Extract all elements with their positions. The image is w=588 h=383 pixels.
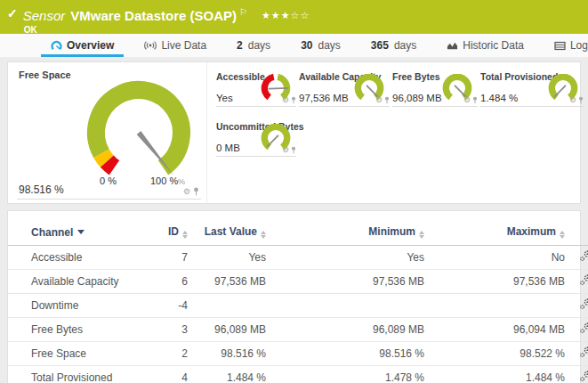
pin-icon[interactable] [291,96,296,104]
table-row: Accessible 7 Yes Yes No [8,246,588,270]
divider [17,199,201,200]
sensor-title-line: SensorVMware Datastore (SOAP)⚐★★★☆☆ [23,4,310,24]
pin-icon[interactable] [384,96,390,104]
table-row: Available Capacity 6 97,536 MB 97,536 MB… [8,270,588,294]
tab-label: Overview [67,39,114,52]
sort-icon [560,231,565,239]
pin-icon[interactable] [472,96,478,104]
channel-id: 7 [150,246,188,270]
column-header-settings [565,220,588,246]
main-gauge-unit: % [178,177,185,186]
tab-historic-data[interactable]: Historic Data [431,34,539,57]
pin-icon[interactable] [578,96,584,104]
table-header-row: Channel ID Last Value Minimum Maximum [8,220,588,246]
channel-maximum [424,294,565,318]
channel-id: 4 [150,366,188,383]
sort-icon [182,231,188,239]
channel-settings-icon[interactable] [579,346,588,361]
channel-last-value: 1.484 % [188,366,266,383]
column-header-id[interactable]: ID [150,220,188,246]
channel-maximum: 98.522 % [424,342,565,366]
gear-icon[interactable]: ⚙ [282,96,289,104]
gear-icon[interactable]: ⚙ [463,96,471,104]
mini-gauge-value: Yes [216,93,233,103]
table-row: Free Bytes 3 96,089 MB 96,089 MB 96,094 … [8,318,588,342]
gear-icon[interactable]: ⚙ [375,96,383,104]
mini-gauge-title: Accessible [216,71,265,82]
tab-bar: Overview Live Data 2 days 30 days 365 da… [0,34,588,57]
tab-label: days [394,39,416,52]
channel-settings-icon[interactable] [579,274,588,289]
main-gauge-dial: % [72,70,205,191]
tab-overview[interactable]: Overview [36,34,129,57]
main-gauge-title: Free Space [19,69,71,80]
channel-maximum: 1.484 % [424,366,565,383]
channel-settings-icon[interactable] [579,250,588,265]
channel-table-panel: Channel ID Last Value Minimum Maximum Ac… [7,210,581,383]
column-header-last-value[interactable]: Last Value [188,220,266,246]
signal-icon [144,40,157,51]
mini-gauge-title: Free Bytes [392,71,440,82]
channel-minimum [266,294,424,318]
mini-gauge-accessible: Accessible Yes ⚙ [216,69,296,107]
channel-name: Downtime [8,294,150,318]
channel-name: Accessible [8,246,150,270]
tab-label: days [318,39,340,52]
table-row: Total Provisioned 4 1.484 % 1.478 % 1.48… [8,366,588,383]
mini-gauge-total-provisioned: Total Provisioned 1.484 % ⚙ [480,69,584,107]
column-header-minimum[interactable]: Minimum [266,220,424,246]
channel-table: Channel ID Last Value Minimum Maximum Ac… [8,220,588,383]
area-chart-icon [447,40,458,51]
flag-icon[interactable]: ⚐ [239,7,247,17]
stars-empty: ☆☆ [291,10,310,20]
channel-minimum: 98.516 % [266,342,424,366]
tab-2-days[interactable]: 2 days [222,34,286,57]
tab-log[interactable]: Log [539,34,588,57]
priority-stars[interactable]: ★★★☆☆ [262,10,310,20]
column-header-channel[interactable]: Channel [8,220,150,246]
mini-gauge-available-capacity: Available Capacity 97,536 MB ⚙ [299,69,390,107]
gauges-panel: Free Space % 0 % 100 % 98.516 % ⚙ [7,61,581,204]
channel-settings-icon[interactable] [579,298,588,313]
tab-30-days[interactable]: 30 days [286,34,356,57]
channel-id: 2 [150,342,188,366]
pin-icon[interactable] [291,146,296,154]
column-header-maximum[interactable]: Maximum [424,220,565,246]
channel-id: -4 [150,294,188,318]
mini-gauge-value: 0 MB [216,143,240,153]
channel-name: Available Capacity [8,270,150,294]
channel-name: Free Space [8,342,150,366]
channel-name: Total Provisioned [8,366,150,383]
channel-minimum: 1.478 % [266,366,424,383]
mini-gauges-grid: Accessible Yes ⚙ Available Capacity [207,62,584,203]
channel-minimum: 97,536 MB [266,270,424,294]
table-row: Free Space 2 98.516 % 98.516 % 98.522 % [8,342,588,366]
tab-365-days[interactable]: 365 days [356,34,431,57]
page-title: VMware Datastore (SOAP) [70,8,237,23]
main-gauge-free-space: Free Space % 0 % 100 % 98.516 % ⚙ [8,62,207,203]
mini-gauge-uncommitted-bytes: Uncommitted Bytes 0 MB ⚙ [216,119,296,157]
channel-last-value: 96,089 MB [188,318,266,342]
channel-last-value [188,294,266,318]
stars-filled: ★★★ [262,10,291,20]
tab-live-data[interactable]: Live Data [129,34,222,57]
channel-maximum: 96,094 MB [424,318,565,342]
mini-gauge-value: 97,536 MB [299,93,349,103]
channel-id: 3 [150,318,188,342]
channel-minimum: 96,089 MB [266,318,424,342]
tab-label: Historic Data [463,39,524,52]
gear-icon[interactable]: ⚙ [282,146,289,154]
table-row: Downtime -4 [8,294,588,318]
channel-settings-icon[interactable] [579,371,588,383]
channel-last-value: 97,536 MB [188,270,266,294]
gear-icon[interactable]: ⚙ [569,96,576,104]
main-gauge-value: 98.516 % [19,183,64,196]
tab-label: days [248,39,270,52]
gauge-icon [51,40,62,52]
gear-icon[interactable]: ⚙ [183,188,190,196]
channel-name: Free Bytes [8,318,150,342]
channel-minimum: Yes [266,246,424,270]
overview-content: Free Space % 0 % 100 % 98.516 % ⚙ [0,57,588,383]
pin-icon[interactable] [193,187,199,196]
channel-settings-icon[interactable] [579,322,588,337]
